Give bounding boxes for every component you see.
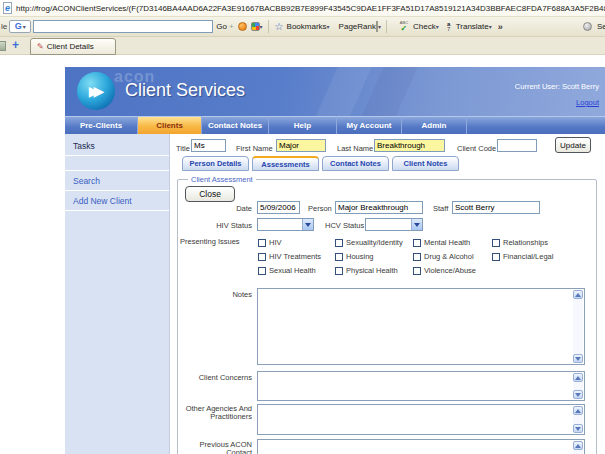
toolbar-separator — [268, 20, 269, 33]
spellcheck-icon: ABC ✓ — [398, 21, 410, 33]
nav-tab-pre-clients[interactable]: Pre-Clients — [65, 116, 137, 134]
presenting-issues-label: Presenting Issues — [180, 237, 240, 246]
go-button[interactable]: Go — [216, 22, 227, 31]
previous-acon-contact-textarea[interactable] — [257, 439, 585, 454]
select-arrow-icon[interactable] — [302, 219, 313, 230]
logout-link[interactable]: Logout — [576, 98, 599, 107]
hcv-status-label: HCV Status — [325, 221, 364, 230]
chevron-down-icon[interactable]: ▾ — [436, 24, 439, 30]
page-pen-icon: ✎ — [37, 43, 44, 51]
issue-mental-health: Mental Health — [413, 238, 470, 247]
toolbar-overflow-button[interactable]: » — [498, 22, 503, 32]
client-header-form: Title First Name Last Name Client Code U… — [170, 134, 605, 156]
pagerank-button[interactable]: PageRank — [336, 22, 378, 31]
nav-tab-clients[interactable]: Clients — [137, 116, 201, 134]
scroll-down-icon[interactable] — [573, 390, 583, 399]
scroll-up-icon[interactable] — [573, 373, 583, 382]
pagerank-bar-icon — [376, 21, 378, 32]
other-agencies-textarea[interactable] — [257, 404, 585, 435]
pagerank-label: PageRank — [339, 22, 376, 31]
scroll-up-icon[interactable] — [573, 441, 583, 450]
issue-drug-alcohol-checkbox[interactable] — [413, 253, 421, 261]
notes-textarea[interactable] — [257, 288, 585, 365]
check-button[interactable]: Check — [413, 22, 436, 31]
chevron-down-icon[interactable]: ▾ — [489, 24, 492, 30]
scroll-down-icon[interactable] — [573, 354, 583, 363]
staff-label: Staff — [433, 204, 448, 213]
issue-mental-health-checkbox[interactable] — [413, 239, 421, 247]
toolbar-options-icon[interactable] — [251, 22, 260, 31]
issue-sexuality-identity-checkbox[interactable] — [335, 239, 343, 247]
subtab-assessments[interactable]: Assessments — [252, 156, 319, 171]
first-name-field[interactable] — [276, 139, 326, 152]
bookmarks-button[interactable]: Bookmarks — [287, 22, 327, 31]
hiv-status-label: HIV Status — [178, 221, 252, 230]
date-field[interactable] — [257, 201, 300, 214]
toolbar-search-input[interactable] — [33, 20, 213, 33]
issue-relationships-checkbox[interactable] — [492, 239, 500, 247]
client-concerns-textarea[interactable] — [257, 371, 585, 401]
issue-financial-legal-checkbox[interactable] — [492, 253, 500, 261]
nav-tab-contact-notes[interactable]: Contact Notes — [201, 116, 268, 134]
acon-app: ▶▶ acon Client Services Current User: Sc… — [65, 67, 605, 454]
new-tab-plus-icon[interactable]: + — [12, 38, 19, 52]
subtab-person-details[interactable]: Person Details — [182, 156, 249, 171]
issue-housing-checkbox[interactable] — [335, 253, 343, 261]
google-logo-menu[interactable]: G ▾ — [9, 20, 31, 33]
google-toolbar: le G ▾ Go + ▾ ☆ Bookmarks ▾ PageRank ▾ A… — [0, 17, 605, 37]
scroll-down-icon[interactable] — [573, 424, 583, 433]
app-body: Tasks Search Add New Client Title First … — [65, 134, 605, 454]
scrollbar[interactable] — [573, 406, 583, 433]
issue-violence-abuse: Violence/Abuse — [413, 266, 476, 275]
client-assessment-fieldset: Client Assessment Close Date Person Staf… — [177, 179, 597, 454]
settings-orb-icon — [583, 22, 592, 31]
chevron-down-icon[interactable]: ▾ — [260, 24, 263, 30]
subtab-client-notes[interactable]: Client Notes — [392, 156, 459, 171]
browser-tab-client-details[interactable]: ✎ Client Details — [30, 38, 116, 55]
close-button[interactable]: Close — [185, 186, 235, 202]
search-site-icon[interactable] — [238, 22, 247, 31]
chevron-down-icon[interactable]: ▾ — [327, 24, 330, 30]
scrollbar[interactable] — [573, 290, 583, 363]
first-name-label: First Name — [236, 144, 273, 153]
issue-hiv-checkbox[interactable] — [258, 239, 266, 247]
fieldset-legend: Client Assessment — [188, 175, 256, 184]
nav-tab-my-account[interactable]: My Account — [336, 116, 401, 134]
nav-tab-help[interactable]: Help — [268, 116, 336, 134]
person-field[interactable] — [335, 201, 423, 214]
sidebar-item-search[interactable]: Search — [65, 171, 169, 191]
previous-acon-contact-label: Previous ACON Contact — [178, 441, 252, 454]
url-text[interactable]: http://frog/ACONClientServices/(F(7D3146… — [16, 4, 605, 13]
issue-drug-alcohol: Drug & Alcohol — [413, 252, 474, 261]
last-name-label: Last Name — [337, 144, 373, 153]
date-label: Date — [178, 204, 252, 213]
main-nav: Pre-Clients Clients Contact Notes Help M… — [65, 116, 605, 134]
client-code-field[interactable] — [497, 139, 537, 152]
last-name-field[interactable] — [374, 139, 445, 152]
issue-violence-abuse-checkbox[interactable] — [413, 267, 421, 275]
issue-sexual-health: Sexual Health — [258, 266, 316, 275]
scrollbar[interactable] — [573, 441, 583, 454]
translate-button[interactable]: Translate — [456, 22, 489, 31]
issue-physical-health-checkbox[interactable] — [335, 267, 343, 275]
hiv-status-select[interactable] — [257, 218, 314, 231]
translate-icon: a 7 — [445, 22, 453, 32]
hcv-status-select[interactable] — [365, 218, 423, 231]
person-label: Person — [308, 204, 332, 213]
chevron-down-icon[interactable]: ▾ — [378, 24, 381, 30]
scroll-up-icon[interactable] — [573, 290, 583, 299]
title-field[interactable] — [191, 139, 226, 152]
staff-field[interactable] — [452, 201, 540, 214]
update-button[interactable]: Update — [555, 137, 591, 153]
nav-tab-admin[interactable]: Admin — [401, 116, 466, 134]
scroll-up-icon[interactable] — [573, 406, 583, 415]
issue-sexual-health-checkbox[interactable] — [258, 267, 266, 275]
settings-button[interactable]: Settings — [583, 22, 605, 31]
select-arrow-icon[interactable] — [411, 219, 422, 230]
scrollbar[interactable] — [573, 373, 583, 399]
page-title: Client Services — [125, 80, 245, 101]
subtab-contact-notes[interactable]: Contact Notes — [322, 156, 389, 171]
issue-hiv-treatments-checkbox[interactable] — [258, 253, 266, 261]
issue-financial-legal: Financial/Legal — [492, 252, 553, 261]
sidebar-item-add-new-client[interactable]: Add New Client — [65, 191, 169, 211]
